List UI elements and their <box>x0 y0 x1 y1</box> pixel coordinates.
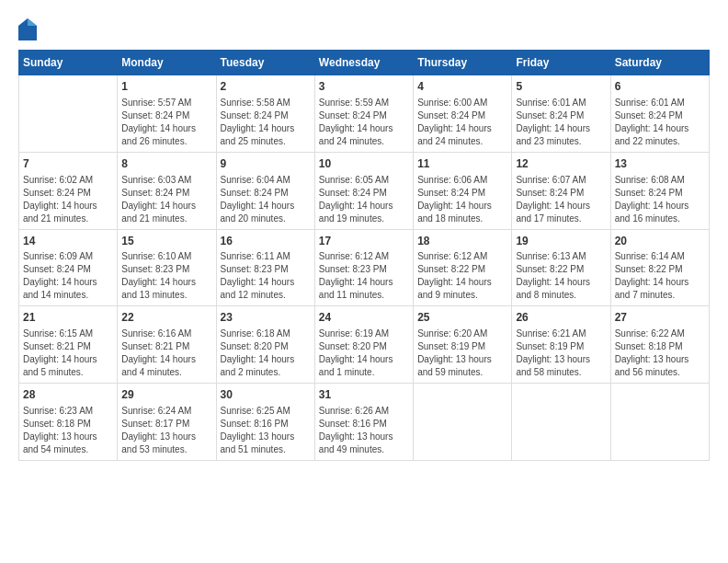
day-number: 9 <box>221 156 311 172</box>
day-number: 19 <box>516 234 606 249</box>
day-info: Sunrise: 5:59 AM Sunset: 8:24 PM Dayligh… <box>319 97 409 148</box>
week-row-1: 7Sunrise: 6:02 AM Sunset: 8:24 PM Daylig… <box>19 152 710 229</box>
header-sunday: Sunday <box>19 51 118 75</box>
header-thursday: Thursday <box>414 51 512 75</box>
calendar-cell: 13Sunrise: 6:08 AM Sunset: 8:24 PM Dayli… <box>610 152 709 229</box>
day-number: 21 <box>23 310 113 326</box>
week-row-3: 21Sunrise: 6:15 AM Sunset: 8:21 PM Dayli… <box>19 306 710 384</box>
calendar-cell: 2Sunrise: 5:58 AM Sunset: 8:24 PM Daylig… <box>216 75 314 153</box>
day-info: Sunrise: 6:04 AM Sunset: 8:24 PM Dayligh… <box>221 174 311 225</box>
day-info: Sunrise: 5:57 AM Sunset: 8:24 PM Dayligh… <box>121 97 211 148</box>
week-row-2: 14Sunrise: 6:09 AM Sunset: 8:24 PM Dayli… <box>19 229 710 306</box>
page-header <box>18 18 710 40</box>
day-number: 31 <box>319 387 409 403</box>
calendar-cell: 26Sunrise: 6:21 AM Sunset: 8:19 PM Dayli… <box>512 306 610 384</box>
day-number: 29 <box>121 387 211 403</box>
calendar-cell <box>512 384 610 461</box>
day-info: Sunrise: 6:12 AM Sunset: 8:23 PM Dayligh… <box>319 250 409 302</box>
calendar-cell: 19Sunrise: 6:13 AM Sunset: 8:22 PM Dayli… <box>512 229 610 306</box>
header-friday: Friday <box>512 51 610 75</box>
calendar-cell: 11Sunrise: 6:06 AM Sunset: 8:24 PM Dayli… <box>414 152 512 229</box>
header-saturday: Saturday <box>610 51 709 75</box>
calendar-cell: 28Sunrise: 6:23 AM Sunset: 8:18 PM Dayli… <box>19 384 118 461</box>
day-info: Sunrise: 6:12 AM Sunset: 8:22 PM Dayligh… <box>417 250 507 302</box>
calendar-cell: 7Sunrise: 6:02 AM Sunset: 8:24 PM Daylig… <box>19 152 118 229</box>
logo <box>18 18 40 40</box>
calendar-cell: 4Sunrise: 6:00 AM Sunset: 8:24 PM Daylig… <box>414 75 512 153</box>
day-info: Sunrise: 6:11 AM Sunset: 8:23 PM Dayligh… <box>221 250 311 302</box>
day-info: Sunrise: 6:15 AM Sunset: 8:21 PM Dayligh… <box>23 327 113 379</box>
day-number: 26 <box>516 310 606 326</box>
calendar-table: SundayMondayTuesdayWednesdayThursdayFrid… <box>18 50 710 461</box>
day-number: 23 <box>221 310 311 326</box>
week-row-4: 28Sunrise: 6:23 AM Sunset: 8:18 PM Dayli… <box>19 384 710 461</box>
calendar-cell: 16Sunrise: 6:11 AM Sunset: 8:23 PM Dayli… <box>216 229 314 306</box>
calendar-cell: 3Sunrise: 5:59 AM Sunset: 8:24 PM Daylig… <box>314 75 413 153</box>
calendar-cell: 1Sunrise: 5:57 AM Sunset: 8:24 PM Daylig… <box>118 75 216 153</box>
day-info: Sunrise: 6:26 AM Sunset: 8:16 PM Dayligh… <box>319 405 409 456</box>
day-number: 13 <box>615 156 705 172</box>
calendar-cell: 14Sunrise: 6:09 AM Sunset: 8:24 PM Dayli… <box>19 229 118 306</box>
day-number: 11 <box>417 156 507 172</box>
day-number: 20 <box>615 234 705 249</box>
day-info: Sunrise: 6:06 AM Sunset: 8:24 PM Dayligh… <box>417 174 507 225</box>
day-number: 7 <box>23 156 113 172</box>
calendar-cell: 5Sunrise: 6:01 AM Sunset: 8:24 PM Daylig… <box>512 75 610 153</box>
day-info: Sunrise: 6:10 AM Sunset: 8:23 PM Dayligh… <box>121 250 211 302</box>
day-info: Sunrise: 6:00 AM Sunset: 8:24 PM Dayligh… <box>417 97 507 148</box>
day-info: Sunrise: 6:07 AM Sunset: 8:24 PM Dayligh… <box>516 174 606 225</box>
day-number: 24 <box>319 310 409 326</box>
day-number: 1 <box>121 79 211 95</box>
day-info: Sunrise: 6:25 AM Sunset: 8:16 PM Dayligh… <box>221 405 311 456</box>
day-info: Sunrise: 6:18 AM Sunset: 8:20 PM Dayligh… <box>221 327 311 379</box>
calendar-cell: 21Sunrise: 6:15 AM Sunset: 8:21 PM Dayli… <box>19 306 118 384</box>
calendar-cell: 25Sunrise: 6:20 AM Sunset: 8:19 PM Dayli… <box>414 306 512 384</box>
day-info: Sunrise: 6:21 AM Sunset: 8:19 PM Dayligh… <box>516 327 606 379</box>
day-number: 4 <box>417 79 507 95</box>
day-number: 12 <box>516 156 606 172</box>
day-info: Sunrise: 6:13 AM Sunset: 8:22 PM Dayligh… <box>516 250 606 302</box>
day-number: 27 <box>615 310 705 326</box>
day-info: Sunrise: 5:58 AM Sunset: 8:24 PM Dayligh… <box>221 97 311 148</box>
day-number: 22 <box>121 310 211 326</box>
calendar-cell: 15Sunrise: 6:10 AM Sunset: 8:23 PM Dayli… <box>118 229 216 306</box>
calendar-cell: 22Sunrise: 6:16 AM Sunset: 8:21 PM Dayli… <box>118 306 216 384</box>
svg-marker-1 <box>28 18 37 26</box>
header-wednesday: Wednesday <box>314 51 413 75</box>
header-row: SundayMondayTuesdayWednesdayThursdayFrid… <box>19 51 710 75</box>
calendar-cell: 6Sunrise: 6:01 AM Sunset: 8:24 PM Daylig… <box>610 75 709 153</box>
calendar-cell: 27Sunrise: 6:22 AM Sunset: 8:18 PM Dayli… <box>610 306 709 384</box>
day-number: 15 <box>121 234 211 249</box>
calendar-header: SundayMondayTuesdayWednesdayThursdayFrid… <box>19 51 710 75</box>
calendar-cell: 24Sunrise: 6:19 AM Sunset: 8:20 PM Dayli… <box>314 306 413 384</box>
header-monday: Monday <box>118 51 216 75</box>
day-number: 3 <box>319 79 409 95</box>
day-info: Sunrise: 6:01 AM Sunset: 8:24 PM Dayligh… <box>615 97 705 148</box>
day-number: 17 <box>319 234 409 249</box>
calendar-cell: 31Sunrise: 6:26 AM Sunset: 8:16 PM Dayli… <box>314 384 413 461</box>
calendar-cell <box>19 75 118 153</box>
day-number: 2 <box>221 79 311 95</box>
day-number: 28 <box>23 387 113 403</box>
day-info: Sunrise: 6:01 AM Sunset: 8:24 PM Dayligh… <box>516 97 606 148</box>
day-number: 18 <box>417 234 507 249</box>
calendar-cell <box>610 384 709 461</box>
calendar-cell: 29Sunrise: 6:24 AM Sunset: 8:17 PM Dayli… <box>118 384 216 461</box>
day-info: Sunrise: 6:20 AM Sunset: 8:19 PM Dayligh… <box>417 327 507 379</box>
day-info: Sunrise: 6:05 AM Sunset: 8:24 PM Dayligh… <box>319 174 409 225</box>
day-number: 6 <box>615 79 705 95</box>
calendar-cell: 17Sunrise: 6:12 AM Sunset: 8:23 PM Dayli… <box>314 229 413 306</box>
day-info: Sunrise: 6:03 AM Sunset: 8:24 PM Dayligh… <box>121 174 211 225</box>
calendar-cell <box>414 384 512 461</box>
day-info: Sunrise: 6:22 AM Sunset: 8:18 PM Dayligh… <box>615 327 705 379</box>
day-number: 30 <box>221 387 311 403</box>
calendar-cell: 12Sunrise: 6:07 AM Sunset: 8:24 PM Dayli… <box>512 152 610 229</box>
calendar-cell: 23Sunrise: 6:18 AM Sunset: 8:20 PM Dayli… <box>216 306 314 384</box>
week-row-0: 1Sunrise: 5:57 AM Sunset: 8:24 PM Daylig… <box>19 75 710 153</box>
calendar-cell: 8Sunrise: 6:03 AM Sunset: 8:24 PM Daylig… <box>118 152 216 229</box>
day-info: Sunrise: 6:14 AM Sunset: 8:22 PM Dayligh… <box>615 250 705 302</box>
day-number: 5 <box>516 79 606 95</box>
day-number: 16 <box>221 234 311 249</box>
day-info: Sunrise: 6:16 AM Sunset: 8:21 PM Dayligh… <box>121 327 211 379</box>
day-number: 14 <box>23 234 113 249</box>
